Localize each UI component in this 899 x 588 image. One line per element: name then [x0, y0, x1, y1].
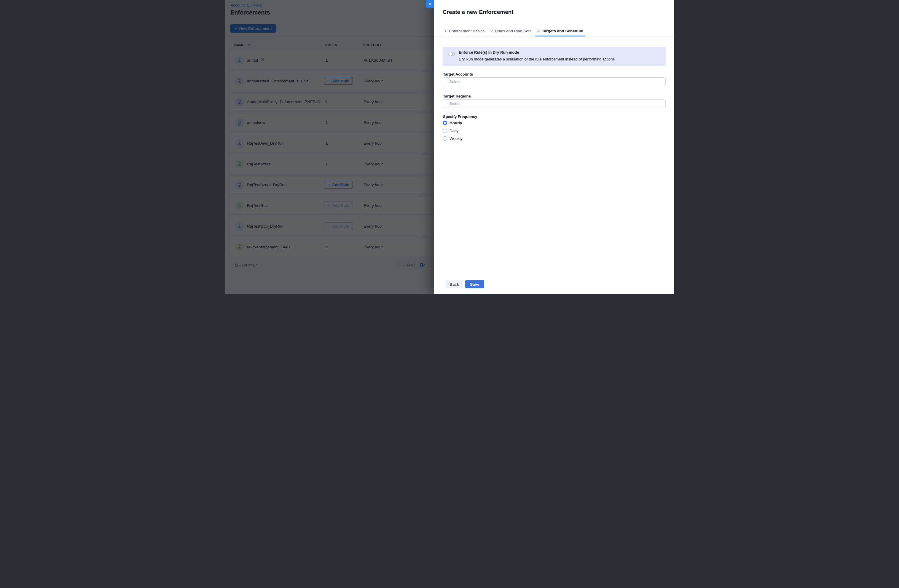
modal-dim-overlay[interactable]: [225, 0, 434, 294]
dry-run-toggle[interactable]: [448, 52, 456, 56]
frequency-option-weekly[interactable]: Weekly: [443, 136, 463, 141]
save-button[interactable]: Save: [465, 280, 484, 289]
radio-label: Weekly: [450, 136, 463, 141]
app-screen: Account: CCM-NG Enforcements + New Enfor…: [225, 0, 674, 294]
tab-2[interactable]: 2. Rules and Rule Sets: [488, 26, 533, 37]
radio-icon[interactable]: [443, 129, 447, 133]
radio-icon[interactable]: [443, 120, 447, 125]
dry-run-description: Dry Run mode generates a simulation of t…: [459, 57, 615, 61]
select-input[interactable]: - Select -: [443, 99, 666, 108]
radio-icon[interactable]: [443, 136, 447, 141]
select-input[interactable]: - Select -: [443, 77, 666, 86]
create-enforcement-drawer: ✕ Create a new Enforcement 1. Enforcemen…: [434, 0, 674, 294]
field-label: Target Accounts: [443, 72, 473, 76]
drawer-tabbar: 1. Enforcement Basics2. Rules and Rule S…: [434, 26, 674, 37]
field-label: Target Regions: [443, 94, 471, 99]
tab-1[interactable]: 1. Enforcement Basics: [442, 26, 487, 37]
back-button[interactable]: Back: [446, 280, 463, 289]
toggle-knob-icon: [449, 52, 452, 56]
select-placeholder: - Select -: [447, 79, 463, 84]
radio-label: Daily: [450, 129, 459, 133]
frequency-label: Specify Frequency: [443, 114, 477, 119]
dry-run-banner: Enforce Rule(s) in Dry Run mode Dry Run …: [443, 47, 666, 66]
select-placeholder: - Select -: [447, 101, 463, 106]
tab-3[interactable]: 3. Targets and Schedule: [535, 26, 585, 37]
drawer-title: Create a new Enforcement: [443, 9, 514, 15]
frequency-option-hourly[interactable]: Hourly: [443, 120, 462, 125]
dry-run-title: Enforce Rule(s) in Dry Run mode: [459, 50, 519, 54]
close-icon[interactable]: ✕: [426, 0, 434, 8]
frequency-option-daily[interactable]: Daily: [443, 129, 459, 133]
radio-label: Hourly: [450, 120, 462, 125]
